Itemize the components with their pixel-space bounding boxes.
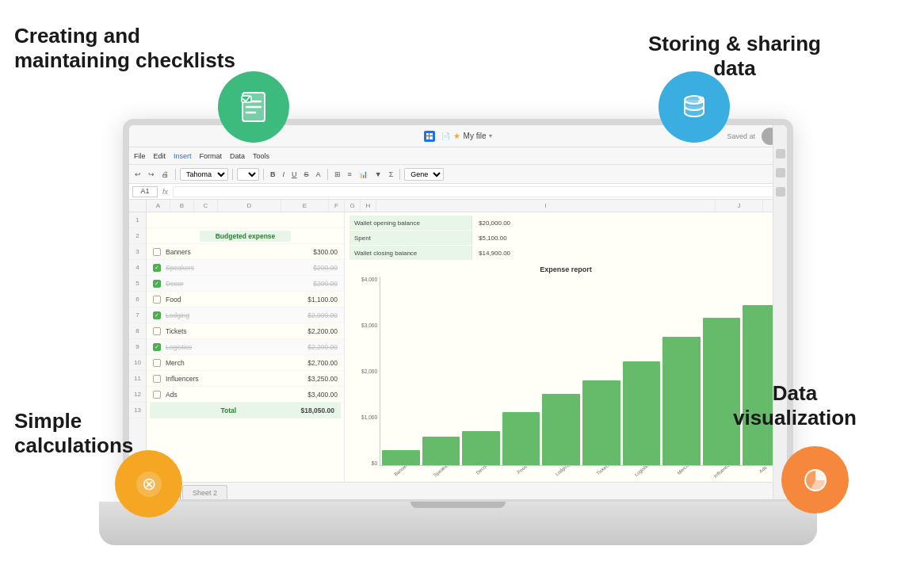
font-selector[interactable]: Tahoma bbox=[180, 168, 228, 181]
file-label: 📄 bbox=[441, 132, 450, 140]
cell-reference[interactable]: A1 bbox=[132, 186, 158, 197]
checklist-icon-circle bbox=[218, 71, 289, 143]
budget-header-row: Budgeted expense bbox=[147, 228, 344, 244]
undo-btn[interactable]: ↩ bbox=[132, 170, 143, 179]
budget-item-row-8: Influencers$3,250.00 bbox=[147, 371, 344, 387]
star-icon: ★ bbox=[453, 132, 460, 140]
row-num-4: 4 bbox=[129, 260, 146, 276]
sheet-tabs: Sheet 1 Sheet 2 bbox=[129, 482, 787, 499]
budget-items-container: Banners$300.00✓Speakers$200.00✓Decor$200… bbox=[147, 244, 344, 403]
chart-bar-2 bbox=[462, 431, 500, 465]
formula-btn[interactable]: Σ bbox=[387, 170, 396, 179]
total-row: Total $18,050.00 bbox=[150, 403, 341, 418]
label-storing-sharing: Storing & sharing data bbox=[648, 32, 821, 81]
formula-bar: A1 fx bbox=[129, 184, 787, 200]
item-price-8: $3,250.00 bbox=[307, 375, 338, 383]
item-price-2: $200.00 bbox=[313, 280, 338, 288]
align-btn[interactable]: ≡ bbox=[346, 170, 354, 179]
laptop-container: 📄 ★ My file ▾ Saved at File Edit Insert … bbox=[123, 119, 793, 545]
checkbox-2[interactable]: ✓ bbox=[153, 280, 161, 288]
row-num-7: 7 bbox=[129, 307, 146, 323]
label-simple-line2: calculations bbox=[14, 433, 133, 457]
chart-btn[interactable]: 📊 bbox=[357, 170, 370, 179]
underline-btn[interactable]: U bbox=[289, 170, 300, 179]
color-btn[interactable]: A bbox=[314, 170, 323, 179]
menu-edit[interactable]: Edit bbox=[154, 152, 166, 160]
merge-btn[interactable]: ⊞ bbox=[332, 170, 343, 179]
grid-container: A B C D E F G H I J K bbox=[147, 200, 787, 482]
item-price-9: $3,400.00 bbox=[307, 391, 338, 399]
checkbox-0[interactable] bbox=[153, 248, 161, 256]
chart-bar-5 bbox=[582, 380, 620, 465]
item-name-2: Decor bbox=[166, 280, 313, 288]
chart-bar-0 bbox=[382, 450, 420, 465]
format-selector[interactable]: General bbox=[404, 168, 444, 181]
row-num-2: 2 bbox=[129, 228, 146, 244]
checkbox-6[interactable]: ✓ bbox=[153, 343, 161, 351]
wallet-label-1: Spent bbox=[349, 231, 472, 245]
row-num-5: 5 bbox=[129, 276, 146, 292]
item-price-5: $2,200.00 bbox=[307, 327, 338, 335]
item-name-6: Logistics bbox=[166, 343, 307, 351]
sheet-tab-2[interactable]: Sheet 2 bbox=[182, 485, 227, 499]
column-headers: A B C D E F G H I J K bbox=[147, 200, 787, 212]
x-label-0: Banners bbox=[386, 466, 422, 479]
label-line2: maintaining checklists bbox=[14, 48, 235, 72]
chart-bars-area bbox=[380, 277, 782, 466]
label-creating-checklists: Creating and maintaining checklists bbox=[14, 24, 235, 73]
fx-label: fx bbox=[162, 188, 168, 196]
item-name-9: Ads bbox=[166, 391, 307, 399]
budget-item-row-0: Banners$300.00 bbox=[147, 244, 344, 260]
checkbox-4[interactable]: ✓ bbox=[153, 311, 161, 319]
checkbox-5[interactable] bbox=[153, 327, 161, 335]
laptop-screen: 📄 ★ My file ▾ Saved at File Edit Insert … bbox=[123, 119, 793, 506]
checkbox-8[interactable] bbox=[153, 375, 161, 383]
x-label-1: Speakers bbox=[426, 466, 462, 479]
menu-file[interactable]: File bbox=[134, 152, 146, 160]
chart-bar-4 bbox=[542, 394, 580, 465]
y-label-1000: $1,000 bbox=[361, 414, 377, 420]
checkbox-3[interactable] bbox=[153, 296, 161, 304]
redo-btn[interactable]: ↪ bbox=[146, 170, 157, 179]
label-simple-calculations: Simple calculations bbox=[14, 409, 133, 458]
col-d: D bbox=[218, 200, 281, 212]
print-btn[interactable]: 🖨 bbox=[159, 170, 171, 179]
checkbox-1[interactable]: ✓ bbox=[153, 264, 161, 272]
x-label-7: Merch bbox=[667, 466, 704, 479]
row-num-1: 1 bbox=[129, 212, 146, 228]
label-data-line2: visualization bbox=[733, 406, 857, 430]
chart-container: Expense report $4,000 $3,000 $2,000 $1,0… bbox=[349, 265, 782, 479]
menu-format[interactable]: Format bbox=[200, 152, 223, 160]
row-num-9: 9 bbox=[129, 339, 146, 355]
filter-btn[interactable]: ▼ bbox=[372, 170, 384, 179]
menu-tools[interactable]: Tools bbox=[253, 152, 269, 160]
menu-insert[interactable]: Insert bbox=[174, 152, 192, 160]
menu-data[interactable]: Data bbox=[230, 152, 245, 160]
item-name-4: Lodging bbox=[166, 311, 307, 319]
item-name-3: Food bbox=[166, 296, 307, 304]
chart-title: Expense report bbox=[349, 265, 782, 273]
font-size-selector[interactable]: 10 bbox=[237, 168, 259, 181]
row-1-empty bbox=[147, 212, 344, 228]
y-label-2000: $2,000 bbox=[361, 369, 377, 374]
checkbox-9[interactable] bbox=[153, 391, 161, 399]
row-num-12: 12 bbox=[129, 387, 146, 403]
bold-btn[interactable]: B bbox=[268, 170, 278, 179]
toolbar: ↩ ↪ 🖨 Tahoma 10 B I U S A ⊞ ≡ bbox=[129, 165, 787, 184]
menu-bar: File Edit Insert Format Data Tools bbox=[129, 147, 787, 165]
strikethrough-btn[interactable]: S bbox=[302, 170, 311, 179]
item-price-4: $2,000.00 bbox=[307, 311, 338, 319]
chart-bar-1 bbox=[422, 437, 460, 465]
item-name-5: Tickets bbox=[166, 327, 307, 335]
checkbox-7[interactable] bbox=[153, 359, 161, 367]
col-f: F bbox=[329, 200, 345, 212]
italic-btn[interactable]: I bbox=[281, 170, 288, 179]
app-icon bbox=[424, 131, 435, 142]
y-label-3000: $3,000 bbox=[361, 323, 377, 328]
dropdown-icon: ▾ bbox=[489, 132, 492, 139]
grid-content: Budgeted expense Banners$300.00✓Speakers… bbox=[147, 212, 787, 482]
wallet-value-2: $14,900.00 bbox=[472, 250, 517, 257]
x-label-8: Influencers bbox=[707, 466, 743, 479]
file-title: My file bbox=[464, 132, 487, 140]
formula-input[interactable] bbox=[173, 186, 784, 197]
